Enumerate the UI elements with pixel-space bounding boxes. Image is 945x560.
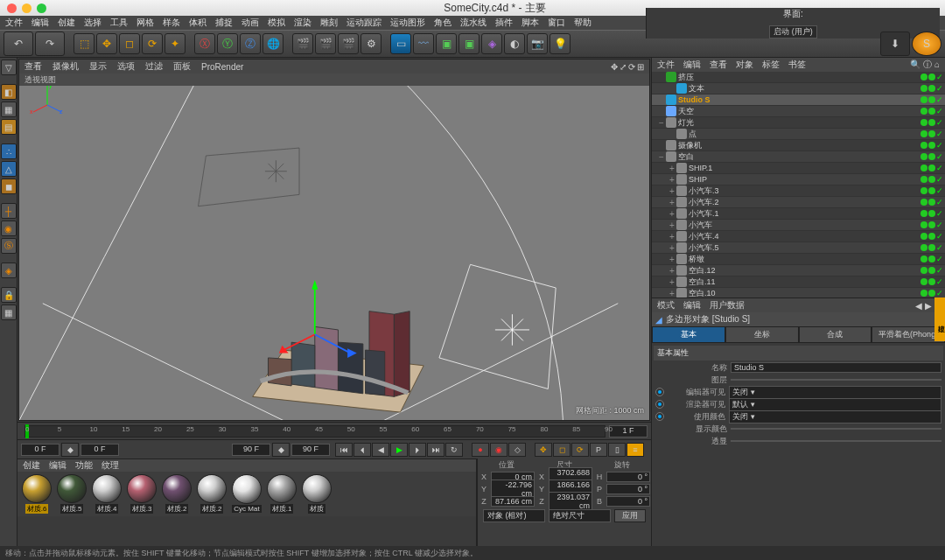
object-tree-row[interactable]: +小汽车✓ (652, 220, 945, 231)
texture-mode-icon[interactable]: ▦ (1, 102, 17, 117)
viewport-solo-icon[interactable]: ◉ (1, 220, 17, 236)
layout-dropdown[interactable]: 启动 (用户) (769, 25, 817, 38)
attr-field[interactable] (731, 440, 942, 442)
scale-tool-icon[interactable]: ◻ (119, 33, 140, 54)
material-item[interactable]: 材质 (300, 474, 333, 514)
model-mode-icon[interactable]: ◧ (1, 84, 17, 100)
play-back-icon[interactable]: ◀ (372, 443, 389, 457)
make-editable-icon[interactable]: ▽ (1, 60, 17, 75)
attr-menu-item[interactable]: 用户数据 (710, 299, 745, 312)
workplane-icon[interactable]: ▤ (1, 119, 17, 135)
attr-tab-coord[interactable]: 坐标 (725, 326, 799, 343)
material-item[interactable]: 材质.6 (20, 474, 53, 514)
om-menu-item[interactable]: 书签 (788, 59, 806, 71)
menu-item[interactable]: 文件 (5, 17, 23, 29)
object-tree-row[interactable]: 点✓ (652, 129, 945, 140)
store-icon[interactable]: ⬇ (880, 32, 910, 56)
object-tree-row[interactable]: +小汽车.3✓ (652, 186, 945, 197)
menu-item[interactable]: 捕捉 (215, 17, 233, 29)
object-tree-row[interactable]: 摄像机✓ (652, 140, 945, 151)
coord-rot-field[interactable]: 0 ° (606, 472, 650, 482)
radio-icon[interactable] (655, 388, 664, 396)
vp-menu-item[interactable]: 查看 (24, 60, 42, 73)
frame-range-field[interactable]: 90 F (291, 444, 330, 456)
object-tree-row[interactable]: 文本✓ (652, 83, 945, 94)
frame-current-field[interactable]: 0 F (21, 444, 60, 456)
deformer-icon[interactable]: ◈ (481, 33, 502, 54)
coords-mode-dropdown[interactable]: 对象 (相对) (483, 509, 545, 522)
frame-end-field[interactable]: 90 F (232, 444, 270, 456)
points-mode-icon[interactable]: ∴ (1, 144, 17, 159)
workplane-snap-icon[interactable]: ◈ (1, 262, 17, 278)
world-axis-icon[interactable]: 🌐 (262, 33, 284, 54)
object-tree-row[interactable]: +小汽车.4✓ (652, 231, 945, 242)
rotate-tool-icon[interactable]: ⟳ (142, 33, 163, 54)
zoom-window-icon[interactable] (37, 4, 46, 13)
menu-item[interactable]: 体积 (189, 17, 206, 29)
z-axis-icon[interactable]: Ⓩ (240, 33, 261, 54)
goto-end-icon[interactable]: ⏭ (427, 443, 444, 457)
object-tree-row[interactable]: +桥墩✓ (652, 254, 945, 265)
menu-item[interactable]: 工具 (110, 17, 128, 29)
menu-item[interactable]: 流水线 (460, 17, 486, 29)
light-icon[interactable]: 💡 (550, 33, 570, 54)
snap-icon[interactable]: Ⓢ (1, 238, 17, 254)
spline-icon[interactable]: 〰 (413, 33, 434, 54)
radio-icon[interactable] (655, 412, 664, 421)
material-item[interactable]: 材质.2 (195, 474, 228, 514)
attr-field[interactable]: Studio S (731, 362, 942, 373)
menu-item[interactable]: 样条 (163, 17, 180, 29)
vp-nav-icon[interactable]: ⟳ (628, 62, 635, 72)
select-tool-icon[interactable]: ⬚ (74, 33, 94, 54)
axis-mode-icon[interactable]: ┼ (1, 203, 17, 219)
menu-item[interactable]: 模拟 (268, 17, 285, 29)
material-item[interactable]: 材质.5 (55, 474, 88, 514)
y-axis-icon[interactable]: Ⓨ (217, 33, 238, 54)
coord-rot-field[interactable]: 0 ° (606, 496, 650, 507)
scale-key-icon[interactable]: ◻ (553, 443, 570, 457)
frame-start-field[interactable]: 0 F (80, 444, 119, 456)
menu-item[interactable]: 角色 (434, 17, 452, 29)
attr-field[interactable]: 关闭 ▾ (729, 386, 942, 399)
keyframe-sel-icon[interactable]: ◇ (508, 443, 526, 457)
material-item[interactable]: Cyc Mat (230, 474, 263, 514)
menu-item[interactable]: 运动图形 (390, 17, 425, 29)
render-region-icon[interactable]: 🎬 (315, 33, 336, 54)
object-tree-row[interactable]: +空白.12✓ (652, 265, 945, 276)
undo-button[interactable]: ↶ (4, 32, 33, 56)
viewport-3d[interactable]: 网格间距 : 1000 cm y x z (19, 86, 649, 420)
material-item[interactable]: 材质.4 (90, 474, 123, 514)
menu-item[interactable]: 脚本 (522, 17, 539, 29)
object-tree-row[interactable]: +SHIP.1✓ (652, 163, 945, 174)
radio-icon[interactable] (655, 400, 664, 409)
autokey-icon[interactable]: ◉ (490, 443, 508, 457)
coords-size-dropdown[interactable]: 绝对尺寸 (549, 509, 611, 522)
step-fwd-icon[interactable]: ⏵ (409, 443, 426, 457)
record-icon[interactable]: ● (472, 443, 489, 457)
attr-field[interactable] (731, 379, 942, 381)
generator-icon[interactable]: ▣ (436, 33, 457, 54)
material-item[interactable]: 材质.3 (125, 474, 158, 514)
render-view-icon[interactable]: 🎬 (292, 33, 313, 54)
side-tab-modeling[interactable]: 建模 (934, 298, 945, 341)
play-forward-icon[interactable]: ▶ (390, 443, 408, 457)
close-window-icon[interactable] (7, 4, 17, 13)
object-tree-row[interactable]: +小汽车.1✓ (652, 208, 945, 220)
object-tree-row[interactable]: 挤压✓ (652, 72, 945, 83)
pla-key-icon[interactable]: ▯ (608, 443, 626, 457)
coord-rot-field[interactable]: 0 ° (606, 484, 650, 494)
attr-field[interactable]: 默认 ▾ (729, 398, 942, 411)
object-tree-row[interactable]: +SHIP✓ (652, 174, 945, 186)
object-tree-row[interactable]: −灯光✓ (652, 117, 945, 129)
om-menu-item[interactable]: 文件 (657, 59, 675, 71)
vp-nav-icon[interactable]: ✥ (611, 62, 618, 72)
menu-item[interactable]: 创建 (58, 17, 75, 29)
redo-button[interactable]: ↷ (35, 32, 65, 56)
menu-item[interactable]: 编辑 (32, 17, 49, 29)
last-tool-icon[interactable]: ✦ (164, 33, 186, 54)
rot-key-icon[interactable]: ⟳ (571, 443, 589, 457)
timeline-ruler[interactable]: 051015202530354045505560657075808590 1 F (18, 422, 651, 439)
vp-nav-icon[interactable]: ⊞ (637, 62, 644, 72)
object-tree-row[interactable]: −空白✓ (652, 151, 945, 163)
menu-item[interactable]: 网格 (136, 17, 154, 29)
